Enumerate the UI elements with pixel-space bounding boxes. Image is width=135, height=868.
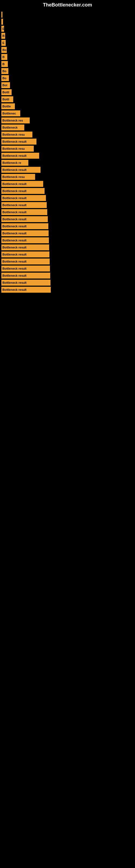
bar-label: Bottleneck result: [2, 288, 27, 291]
bar-row: Bottle: [1, 103, 135, 109]
bar-row: E: [1, 40, 135, 46]
bar-row: Bottleneck result: [1, 287, 135, 293]
bar-row: Bo: [1, 75, 135, 81]
bar-label: Bottleneck res: [2, 119, 23, 122]
bar: Bottleneck result: [1, 202, 47, 208]
bar-row: Bottleneck resu: [1, 131, 135, 137]
bar: Bottleneck result: [1, 237, 49, 243]
bar: Bottleneck re: [1, 160, 28, 166]
bar: Bottl: [1, 89, 12, 95]
bar-label: Bottleneck result: [2, 260, 27, 263]
bar: Bottleneck result: [1, 181, 43, 187]
bar-row: Bottleneck result: [1, 153, 135, 159]
bar-label: Bottleneck: [2, 126, 17, 129]
bar-label: Bottleneck result: [2, 189, 27, 193]
bar-row: Bottleneck result: [1, 188, 135, 194]
site-title: TheBottlenecker.com: [0, 0, 135, 9]
bar: Bottleneck result: [1, 138, 37, 145]
bar-row: Bottleneck resu: [1, 146, 135, 152]
bar-row: Bottleneck result: [1, 167, 135, 173]
bar-label: Bo: [2, 76, 6, 80]
bar-label: Bo: [2, 69, 6, 73]
bar: Bottleneck result: [1, 167, 41, 173]
bar-label: Bottleneck result: [2, 196, 27, 199]
bar: E: [1, 40, 6, 46]
bar: Bottleneck result: [1, 216, 48, 222]
bar: Bottleneck result: [1, 153, 39, 159]
bar: Bottlenec: [1, 111, 20, 116]
bar-label: Bottleneck result: [2, 253, 27, 256]
bar-label: Bottleneck result: [2, 218, 27, 221]
bar-label: B: [2, 34, 5, 37]
bar-label: B: [2, 62, 5, 66]
bar-row: B: [1, 54, 135, 60]
bar-row: Bottl: [1, 96, 135, 102]
bar-label: Bottleneck result: [2, 168, 27, 172]
bar: Bottle: [1, 103, 15, 109]
bar-label: Bottl: [2, 98, 9, 101]
bar: Bottleneck result: [1, 223, 48, 229]
bar: Bo: [1, 47, 7, 53]
bar: Bottl: [1, 96, 13, 102]
bar-row: Bottleneck res: [1, 118, 135, 123]
bar: E: [1, 26, 4, 32]
bar-label: Bottleneck result: [2, 182, 27, 186]
bar: Bottleneck resu: [1, 131, 32, 137]
bar: Bottleneck result: [1, 251, 49, 257]
bar-row: Bottleneck result: [1, 216, 135, 222]
bar-row: Bottleneck result: [1, 138, 135, 145]
bar-row: [1, 12, 135, 18]
bar: [1, 19, 3, 25]
bar: B: [1, 61, 8, 67]
bar-row: Bottleneck resu: [1, 174, 135, 180]
bar-label: Bottleneck result: [2, 140, 27, 143]
bar-row: [1, 19, 135, 25]
bar-row: Bottlenec: [1, 111, 135, 116]
bar-row: Bo: [1, 47, 135, 53]
bar: Bottleneck result: [1, 287, 51, 293]
bar: Bottleneck result: [1, 258, 50, 265]
bar-row: Bottl: [1, 89, 135, 95]
bar: Bottleneck result: [1, 280, 50, 286]
bar-row: Bottleneck result: [1, 266, 135, 272]
bar: [1, 12, 2, 18]
bar-row: Bottleneck result: [1, 195, 135, 201]
bar-row: Bo: [1, 68, 135, 74]
bar-label: Bottleneck resu: [2, 175, 25, 179]
bar: Bo: [1, 75, 9, 81]
bar-label: Bottleneck result: [2, 274, 27, 277]
bar-label: Bottleneck result: [2, 225, 27, 228]
bar-label: E: [2, 41, 4, 44]
bar-row: Bottleneck result: [1, 258, 135, 265]
bar-label: Bo: [2, 48, 6, 52]
bar-label: Bottlenec: [2, 112, 16, 115]
bars-container: EBEBoBBBoBoBotBottlBottlBottleBottlenecB…: [0, 9, 135, 293]
bar-label: Bot: [2, 84, 7, 87]
bar-label: Bottleneck resu: [2, 147, 25, 150]
bar-label: Bottleneck result: [2, 204, 27, 207]
bar-row: Bottleneck result: [1, 181, 135, 187]
bar-label: Bottl: [2, 91, 9, 94]
bar-label: Bottleneck resu: [2, 133, 25, 136]
bar-label: Bottleneck result: [2, 154, 27, 157]
bar: B: [1, 54, 7, 60]
bar-row: E: [1, 26, 135, 32]
bar-row: B: [1, 33, 135, 39]
bar: Bottleneck: [1, 124, 24, 130]
bar-row: Bottleneck result: [1, 237, 135, 243]
bar-label: Bottleneck result: [2, 267, 27, 270]
bar-row: B: [1, 61, 135, 67]
bar-row: Bottleneck result: [1, 251, 135, 257]
bar-row: Bottleneck result: [1, 280, 135, 286]
bar-row: Bottleneck result: [1, 223, 135, 229]
bar-row: Bottleneck result: [1, 273, 135, 279]
bar: Bottleneck result: [1, 266, 50, 272]
bar: Bottleneck result: [1, 188, 45, 194]
bar: Bottleneck result: [1, 230, 49, 236]
bar-row: Bottleneck result: [1, 202, 135, 208]
bar-row: Bottleneck result: [1, 209, 135, 215]
bar: Bottleneck result: [1, 209, 47, 215]
bar-label: E: [2, 27, 4, 30]
bar-label: Bottleneck result: [2, 231, 27, 235]
bar: B: [1, 33, 5, 39]
